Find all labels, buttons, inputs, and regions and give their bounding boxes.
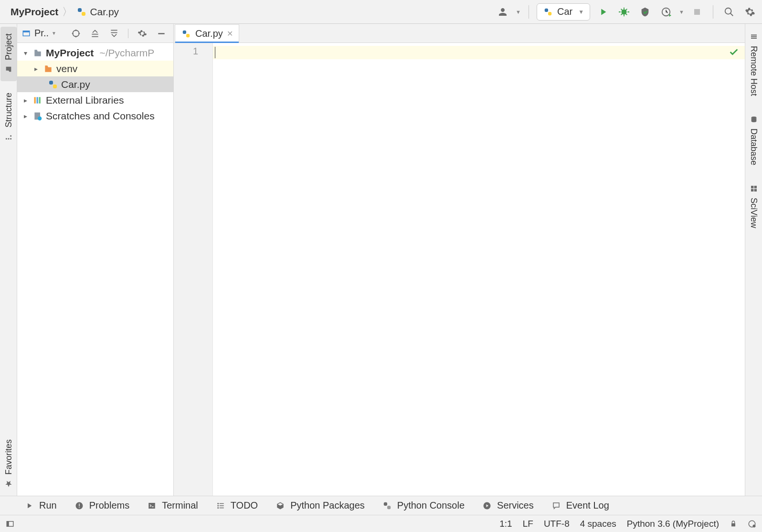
breadcrumb-project[interactable]: MyProject [11, 6, 58, 18]
python-icon [382, 500, 392, 511]
run-button[interactable] [595, 4, 611, 20]
svg-rect-34 [79, 503, 80, 506]
tool-window-structure[interactable]: Structure [0, 86, 17, 149]
chat-icon [551, 500, 561, 511]
settings-button[interactable] [742, 4, 758, 20]
svg-rect-36 [148, 503, 155, 509]
svg-rect-38 [220, 503, 224, 504]
svg-rect-16 [49, 81, 53, 85]
tool-window-event-log[interactable]: Event Log [551, 500, 609, 511]
chevron-right-icon[interactable]: ▸ [32, 65, 40, 73]
collapse-all-button[interactable] [106, 25, 122, 42]
status-interpreter[interactable]: Python 3.6 (MyProject) [627, 519, 719, 529]
profile-button[interactable] [658, 4, 674, 20]
tree-label: External Libraries [46, 95, 124, 106]
svg-rect-42 [220, 507, 224, 508]
tool-window-sciview[interactable]: SciView [746, 179, 762, 233]
tool-window-remote-host[interactable]: Remote Host [746, 27, 762, 101]
tool-window-terminal[interactable]: Terminal [147, 500, 198, 511]
libraries-icon [32, 95, 43, 106]
tree-venv[interactable]: ▸ venv [17, 61, 173, 76]
tool-window-database[interactable]: Database [746, 109, 762, 170]
svg-point-14 [73, 30, 79, 36]
user-icon[interactable] [495, 4, 511, 20]
warning-icon [74, 500, 85, 511]
breadcrumb-file[interactable]: Car.py [76, 6, 119, 18]
svg-rect-1 [82, 12, 85, 16]
breadcrumb-separator-icon: 〉 [62, 5, 73, 19]
tree-label: Car.py [61, 79, 90, 90]
python-file-icon [76, 7, 87, 17]
svg-rect-24 [186, 34, 190, 37]
editor-tab-car[interactable]: Car.py ✕ [175, 24, 239, 43]
tool-window-problems[interactable]: Problems [74, 500, 129, 511]
project-tree: ▾ MyProject ~/PycharmP ▸ venv Car.py ▸ E… [17, 43, 173, 496]
project-panel-title[interactable]: Pr.. ▼ [21, 28, 56, 39]
main-area: Project Structure Favorites Pr.. ▼ [0, 24, 762, 496]
panel-settings-button[interactable] [134, 25, 150, 42]
svg-rect-48 [731, 523, 735, 526]
run-configuration-selector[interactable]: Car ▼ [537, 3, 590, 21]
svg-rect-18 [34, 97, 36, 103]
packages-icon [275, 500, 286, 511]
run-config-label: Car [557, 6, 572, 17]
tool-window-project[interactable]: Project [0, 27, 17, 81]
hide-panel-button[interactable] [153, 25, 169, 42]
stop-button[interactable] [689, 4, 705, 20]
current-line-highlight [213, 46, 745, 59]
svg-rect-25 [751, 34, 757, 35]
python-file-icon [181, 29, 191, 39]
coverage-button[interactable] [637, 4, 653, 20]
debug-button[interactable] [616, 4, 632, 20]
tool-label: Project [3, 33, 13, 60]
status-caret-position[interactable]: 1:1 [499, 519, 512, 529]
project-panel: Pr.. ▼ ▾ MyProject ~/PycharmP ▸ venv [17, 24, 174, 496]
inspection-ok-icon[interactable] [729, 47, 739, 60]
editor-body: 1 [174, 43, 745, 496]
status-line-separator[interactable]: LF [523, 519, 533, 529]
tool-window-run[interactable]: Run [24, 500, 57, 511]
svg-rect-26 [751, 36, 757, 37]
expand-all-button[interactable] [87, 25, 103, 42]
tool-window-python-console[interactable]: Python Console [382, 500, 465, 511]
status-lock-icon[interactable] [730, 520, 737, 528]
chevron-right-icon[interactable]: ▸ [21, 96, 30, 104]
svg-point-41 [217, 507, 219, 509]
tool-windows-toggle[interactable] [6, 520, 14, 528]
status-indent[interactable]: 4 spaces [580, 519, 616, 529]
services-icon [482, 500, 492, 511]
svg-rect-11 [10, 135, 11, 137]
svg-point-22 [38, 116, 42, 120]
folder-icon [32, 48, 43, 58]
top-toolbar-right: ▼ Car ▼ ▼ [495, 3, 758, 21]
status-encoding[interactable]: UTF-8 [544, 519, 570, 529]
search-button[interactable] [721, 4, 737, 20]
close-icon[interactable]: ✕ [227, 29, 233, 38]
svg-rect-8 [10, 138, 11, 139]
code-text-area[interactable] [213, 43, 745, 496]
svg-rect-17 [53, 85, 57, 88]
tree-project-root[interactable]: ▾ MyProject ~/PycharmP [17, 45, 173, 61]
svg-rect-15 [158, 33, 164, 34]
list-icon [215, 500, 226, 511]
tool-window-favorites[interactable]: Favorites [0, 433, 17, 496]
chevron-down-icon[interactable]: ▾ [21, 49, 30, 57]
scratches-icon [32, 111, 43, 121]
tool-window-services[interactable]: Services [482, 500, 534, 511]
tool-window-python-packages[interactable]: Python Packages [275, 500, 365, 511]
editor-tab-bar: Car.py ✕ [174, 24, 745, 43]
svg-rect-2 [545, 8, 548, 11]
svg-rect-19 [37, 97, 38, 103]
locate-button[interactable] [68, 25, 84, 42]
dropdown-caret-icon[interactable]: ▼ [516, 9, 521, 15]
svg-rect-6 [694, 9, 700, 15]
tree-file-car[interactable]: Car.py [17, 76, 173, 92]
tree-external-libraries[interactable]: ▸ External Libraries [17, 92, 173, 108]
status-ide-settings-icon[interactable] [748, 520, 756, 528]
tool-window-todo[interactable]: TODO [215, 500, 258, 511]
svg-rect-23 [183, 30, 186, 33]
tree-scratches[interactable]: ▸ Scratches and Consoles [17, 108, 173, 124]
folder-icon [3, 64, 14, 74]
chevron-right-icon[interactable]: ▸ [21, 112, 30, 120]
dropdown-caret-icon[interactable]: ▼ [679, 9, 684, 15]
